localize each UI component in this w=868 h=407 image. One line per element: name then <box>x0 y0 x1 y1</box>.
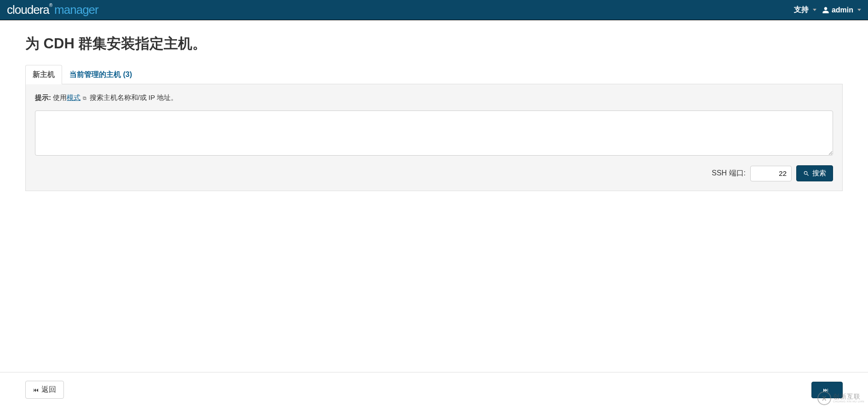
search-button[interactable]: 搜索 <box>796 165 833 181</box>
hint-label: 提示: <box>35 93 51 101</box>
page-title: 为 CDH 群集安装指定主机。 <box>25 34 843 53</box>
tabs: 新主机 当前管理的主机 (3) <box>25 65 843 84</box>
navbar-right: 支持 admin <box>794 5 861 15</box>
brand-cloudera: cloudera® <box>7 3 52 17</box>
external-link-icon: ⧉ <box>83 95 86 101</box>
support-menu[interactable]: 支持 <box>794 5 816 15</box>
brand-manager: manager <box>54 3 98 17</box>
user-label: admin <box>832 6 853 14</box>
ssh-port-label: SSH 端口: <box>712 169 746 178</box>
pattern-link[interactable]: 模式 <box>67 93 80 101</box>
hint-row: 提示: 使用模式 ⧉ 搜索主机名称和/或 IP 地址。 <box>35 93 833 102</box>
hosts-textarea[interactable] <box>35 110 833 156</box>
user-icon <box>822 6 829 14</box>
brand[interactable]: cloudera® manager <box>7 3 98 17</box>
hint-use: 使用 <box>53 93 67 101</box>
hint-tail: 搜索主机名称和/或 IP 地址。 <box>90 93 178 101</box>
tab-managed-hosts[interactable]: 当前管理的主机 (3) <box>62 65 139 84</box>
navbar: cloudera® manager 支持 admin <box>0 0 868 20</box>
ssh-port-input[interactable] <box>750 166 792 181</box>
chevron-down-icon <box>857 9 861 11</box>
content: 为 CDH 群集安装指定主机。 新主机 当前管理的主机 (3) 提示: 使用模式… <box>0 20 868 237</box>
ssh-row: SSH 端口: 搜索 <box>35 165 833 181</box>
search-button-label: 搜索 <box>812 169 826 178</box>
tab-new-hosts[interactable]: 新主机 <box>25 65 62 84</box>
tab-panel: 提示: 使用模式 ⧉ 搜索主机名称和/或 IP 地址。 SSH 端口: 搜索 <box>25 84 843 191</box>
chevron-down-icon <box>813 9 816 11</box>
support-label: 支持 <box>794 5 809 15</box>
user-menu[interactable]: admin <box>822 6 861 14</box>
search-icon <box>803 170 810 177</box>
